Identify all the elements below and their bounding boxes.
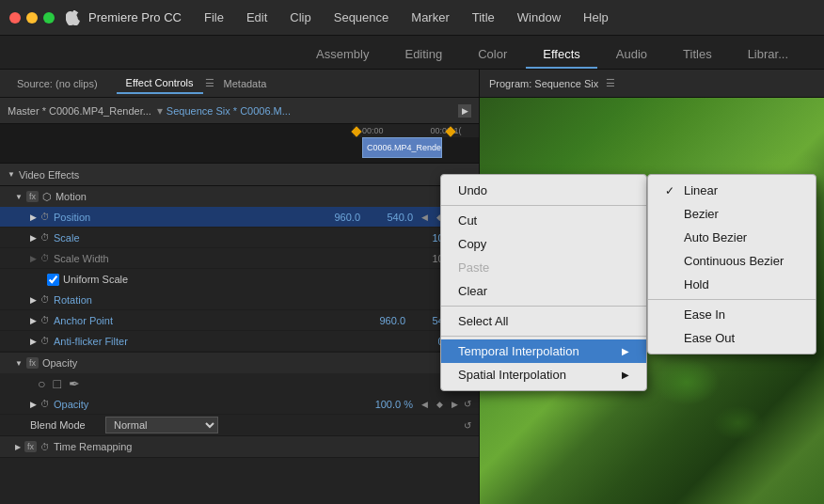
expand-button[interactable]: ▶ (458, 104, 471, 118)
ctx-paste: Paste (441, 256, 646, 279)
timeline-mini: 00:00 00:00:1( C0006.MP4_Render... (0, 124, 479, 164)
anti-flicker-expand: ▶ (30, 337, 37, 346)
position-v1[interactable]: 960.0 (313, 212, 360, 223)
position-v2[interactable]: 540.0 (366, 212, 413, 223)
program-menu-icon[interactable]: ☰ (606, 77, 615, 89)
menu-clip[interactable]: Clip (286, 8, 314, 26)
blend-mode-row: Blend Mode Normal ↺ (0, 415, 479, 435)
timeline-clip[interactable]: C0006.MP4_Render... (362, 137, 442, 158)
anchor-expand: ▶ (30, 316, 37, 325)
separator-icon: ▾ (157, 104, 163, 118)
time-remap-icon: ⏱ (40, 442, 50, 452)
blend-reset[interactable]: ↺ (464, 420, 471, 431)
square-icon[interactable]: □ (53, 376, 60, 391)
rotation-row: ▶ ⏱ Rotation 0.0 ↺ (0, 290, 479, 310)
tab-effects[interactable]: Effects (526, 41, 597, 69)
opacity-key-btn[interactable]: ◆ (434, 399, 445, 410)
menu-window[interactable]: Window (514, 8, 564, 26)
motion-group-icon: ⬡ (42, 191, 52, 203)
sub-continuous-bezier[interactable]: Continuous Bezier (648, 249, 816, 273)
tab-source[interactable]: Source: (no clips) (8, 74, 107, 93)
ctx-spatial-interp[interactable]: Spatial Interpolation ▶ (441, 363, 646, 386)
ctx-temporal-interp[interactable]: Temporal Interpolation ▶ (441, 339, 646, 363)
opacity-fwd-btn[interactable]: ▶ (449, 399, 460, 410)
sub-linear[interactable]: ✓ Linear (648, 179, 816, 202)
panel-tabs: Source: (no clips) Effect Controls ☰ Met… (0, 70, 479, 98)
app-name: Premiere Pro CC (88, 10, 182, 24)
sub-bezier[interactable]: Bezier (648, 202, 816, 226)
position-back-btn[interactable]: ◀ (419, 212, 430, 223)
opacity-icons-row: ○ □ ✒ (0, 373, 479, 394)
opacity-value-row: ▶ ⏱ Opacity 100.0 % ◀ ◆ ▶ ↺ (0, 394, 479, 415)
traffic-lights (9, 12, 55, 24)
rotation-stopwatch[interactable]: ⏱ (40, 294, 50, 305)
motion-group: ▼ fx ⬡ Motion ↺ ▶ ⏱ Position 960.0 540.0… (0, 186, 479, 353)
anchor-stopwatch[interactable]: ⏱ (40, 315, 50, 325)
motion-group-header[interactable]: ▼ fx ⬡ Motion ↺ (0, 186, 479, 207)
sub-ease-out[interactable]: Ease Out (648, 326, 816, 350)
menu-marker[interactable]: Marker (407, 8, 452, 26)
opacity-value[interactable]: 100.0 % (366, 399, 413, 410)
rotation-name[interactable]: Rotation (54, 294, 411, 306)
master-text: Master * C0006.MP4_Render... (8, 105, 151, 117)
tab-metadata[interactable]: Metadata (214, 74, 277, 93)
anchor-v1[interactable]: 960.0 (358, 315, 405, 326)
tab-color[interactable]: Color (461, 41, 524, 69)
apple-logo-icon (66, 10, 81, 25)
time-start: 00:00 (362, 126, 384, 135)
sub-auto-bezier[interactable]: Auto Bezier (648, 226, 816, 249)
opacity-stopwatch[interactable]: ⏱ (40, 399, 50, 409)
anti-flicker-name[interactable]: Anti-flicker Filter (54, 336, 411, 347)
scale-width-expand: ▶ (30, 254, 37, 263)
ctx-cut[interactable]: Cut (441, 209, 646, 232)
menu-help[interactable]: Help (579, 8, 612, 26)
tab-library[interactable]: Librar... (731, 41, 805, 69)
tab-titles[interactable]: Titles (666, 41, 729, 69)
maximize-button[interactable] (43, 12, 55, 24)
ctx-copy[interactable]: Copy (441, 232, 646, 256)
ctx-clear[interactable]: Clear (441, 279, 646, 303)
opacity-name[interactable]: Opacity (54, 399, 366, 410)
sequence-link[interactable]: Sequence Six * C0006.M... (166, 105, 291, 117)
hold-label: Hold (684, 277, 709, 291)
bezier-label: Bezier (684, 207, 719, 221)
opacity-label: Opacity (42, 357, 77, 369)
opacity-reset-btn[interactable]: ↺ (464, 399, 471, 409)
anchor-name[interactable]: Anchor Point (54, 315, 358, 326)
uniform-scale-checkbox[interactable] (47, 274, 59, 286)
sub-hold[interactable]: Hold (648, 273, 816, 296)
time-remapping-header[interactable]: ▶ fx ⏱ Time Remapping (0, 436, 479, 457)
scale-stopwatch[interactable]: ⏱ (40, 232, 50, 243)
fx-badge-time-remap: fx (24, 441, 37, 452)
video-effects-chevron: ▼ (8, 170, 15, 179)
auto-bezier-label: Auto Bezier (684, 230, 747, 244)
ctx-undo[interactable]: Undo (441, 179, 646, 202)
menu-title[interactable]: Title (468, 8, 499, 26)
pen-icon[interactable]: ✒ (69, 376, 80, 391)
tab-editing[interactable]: Editing (388, 41, 459, 69)
minimize-button[interactable] (26, 12, 38, 24)
menu-edit[interactable]: Edit (243, 8, 271, 26)
close-button[interactable] (9, 12, 21, 24)
scale-name[interactable]: Scale (54, 232, 411, 244)
opacity-expand: ▶ (30, 400, 37, 409)
position-name[interactable]: Position (54, 212, 313, 223)
menu-bar: File Edit Clip Sequence Marker Title Win… (200, 8, 612, 26)
blend-mode-select[interactable]: Normal (105, 417, 218, 433)
program-label: Program: Sequence Six (489, 78, 598, 89)
menu-file[interactable]: File (200, 8, 228, 26)
circle-icon[interactable]: ○ (38, 376, 45, 391)
motion-label: Motion (55, 191, 87, 202)
ctx-sep3 (441, 336, 646, 337)
sub-ease-in[interactable]: Ease In (648, 303, 816, 326)
linear-check-icon: ✓ (665, 184, 678, 197)
tab-assembly[interactable]: Assembly (299, 41, 386, 69)
opacity-group-header[interactable]: ▼ fx Opacity ↺ (0, 353, 479, 373)
tab-audio[interactable]: Audio (599, 41, 664, 69)
anti-flicker-stopwatch[interactable]: ⏱ (40, 336, 50, 346)
position-stopwatch[interactable]: ⏱ (40, 212, 50, 222)
tab-effect-controls[interactable]: Effect Controls (117, 73, 203, 94)
opacity-back-btn[interactable]: ◀ (419, 399, 430, 410)
ctx-select-all[interactable]: Select All (441, 309, 646, 333)
menu-sequence[interactable]: Sequence (330, 8, 393, 26)
